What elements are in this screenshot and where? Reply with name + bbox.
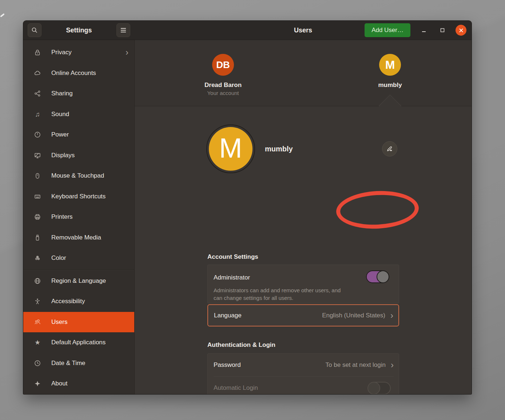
accessibility-icon [33,298,41,305]
toggle-knob [377,270,389,283]
sidebar-item-label: Keyboard Shortcuts [51,193,128,200]
sidebar-item-label: Removable Media [51,234,128,241]
sidebar-item-users[interactable]: Users [23,312,134,333]
account-settings-heading: Account Settings [207,253,258,261]
profile-row: M mumbly [206,124,399,173]
your-account-label: Your account [207,90,239,96]
automatic-login-label: Automatic Login [214,384,368,392]
user-carousel: DB Dread Baron Your account M mumbly [135,40,472,106]
cloud-icon [33,70,41,77]
user-name: Dread Baron [204,82,242,89]
auth-login-heading: Authentication & Login [207,341,275,349]
keyboard-icon [33,193,41,200]
profile-avatar: M [209,127,252,171]
add-user-button[interactable]: Add User… [365,23,410,37]
printer-icon [33,213,41,221]
lock-icon [33,49,41,56]
minimize-button[interactable] [418,25,429,36]
sidebar-item-power[interactable]: Power [23,124,134,145]
sidebar-item-label: Users [51,318,128,326]
clock-icon [33,360,41,367]
user-chip-mumbly[interactable]: M mumbly [367,54,413,89]
sidebar-item-label: Printers [51,213,128,221]
administrator-description: Administrators can add and remove other … [214,286,393,302]
usb-drive-icon [33,234,41,241]
sidebar-item-color[interactable]: Color [23,248,134,269]
star-icon: ★ [33,339,41,346]
display-icon [33,152,41,159]
sidebar-item-removable-media[interactable]: Removable Media [23,227,134,248]
users-panel: DB Dread Baron Your account M mumbly M m… [135,40,472,394]
maximize-button[interactable] [437,25,448,36]
sidebar-item-label: Privacy [51,49,126,56]
sidebar-item-label: Sharing [51,90,128,97]
sidebar-item-displays[interactable]: Displays [23,145,134,166]
sidebar-item-about[interactable]: About [23,373,134,394]
avatar-ring: M [206,124,255,173]
sidebar: Privacy › Online Accounts Sharing ♫ Soun… [23,40,135,394]
sidebar-item-region-language[interactable]: Region & Language [23,271,134,292]
avatar: M [379,54,401,76]
password-value: To be set at next login [326,361,386,369]
sidebar-item-sharing[interactable]: Sharing [23,83,134,104]
pencil-icon [386,145,393,152]
sidebar-item-label: Displays [51,152,128,159]
automatic-login-toggle[interactable] [368,382,391,395]
sidebar-item-online-accounts[interactable]: Online Accounts [23,63,134,84]
sidebar-item-label: Mouse & Touchpad [51,172,128,179]
sidebar-item-label: Power [51,131,128,138]
administrator-toggle[interactable] [366,270,389,283]
user-name: mumbly [378,82,402,89]
search-button[interactable] [28,23,41,37]
user-detail: M mumbly Account Settings Administrator [207,106,399,394]
sidebar-item-printers[interactable]: Printers [23,207,134,227]
sidebar-item-privacy[interactable]: Privacy › [23,42,134,63]
music-note-icon: ♫ [33,111,41,118]
sidebar-item-sound[interactable]: ♫ Sound [23,104,134,125]
share-icon [33,90,41,97]
user-chip-dread-baron[interactable]: DB Dread Baron Your account [200,54,246,96]
edit-name-button[interactable] [382,141,397,156]
sidebar-item-label: Accessibility [51,298,128,305]
sidebar-item-accessibility[interactable]: Accessibility [23,291,134,312]
automatic-login-row: Automatic Login [214,376,394,394]
sidebar-item-label: Sound [51,111,128,118]
sidebar-item-label: About [51,380,128,387]
language-label: Language [214,312,322,319]
users-icon [33,318,41,326]
administrator-label: Administrator [214,274,250,281]
sidebar-item-label: Color [51,254,128,262]
administrator-row: Administrator Administrators can add and… [207,265,399,304]
main-header: Users Add User… [135,21,472,40]
menu-button[interactable] [116,23,130,37]
avatar: DB [212,54,234,76]
settings-window: Settings Users Add User… [23,21,472,394]
sidebar-item-keyboard-shortcuts[interactable]: Keyboard Shortcuts [23,186,134,207]
sidebar-header: Settings [23,21,135,40]
sidebar-item-label: Region & Language [51,277,128,285]
close-button[interactable] [456,25,466,36]
sidebar-item-mouse-touchpad[interactable]: Mouse & Touchpad [23,166,134,186]
carousel-separator [135,106,472,106]
titlebar: Settings Users Add User… [23,21,472,40]
profile-name: mumbly [265,145,382,153]
sidebar-item-date-time[interactable]: Date & Time [23,353,134,374]
chevron-right-icon: › [126,48,128,57]
auth-card: Password To be set at next login › Autom… [207,353,399,394]
sidebar-item-default-applications[interactable]: ★ Default Applications [23,332,134,353]
mouse-icon [33,172,41,179]
password-row[interactable]: Password To be set at next login › [214,354,394,376]
toggle-knob [367,382,380,395]
sidebar-separator [23,269,134,270]
sparkle-icon [33,380,41,387]
sidebar-item-label: Date & Time [51,360,128,367]
chevron-right-icon: › [390,311,393,320]
window-controls [418,25,466,36]
sidebar-item-label: Online Accounts [51,70,128,77]
sidebar-item-label: Default Applications [51,339,128,346]
language-row[interactable]: Language English (United States) › [207,304,399,326]
password-label: Password [214,361,326,369]
language-value: English (United States) [322,312,385,319]
globe-icon [33,277,41,285]
color-circles-icon [33,254,41,262]
